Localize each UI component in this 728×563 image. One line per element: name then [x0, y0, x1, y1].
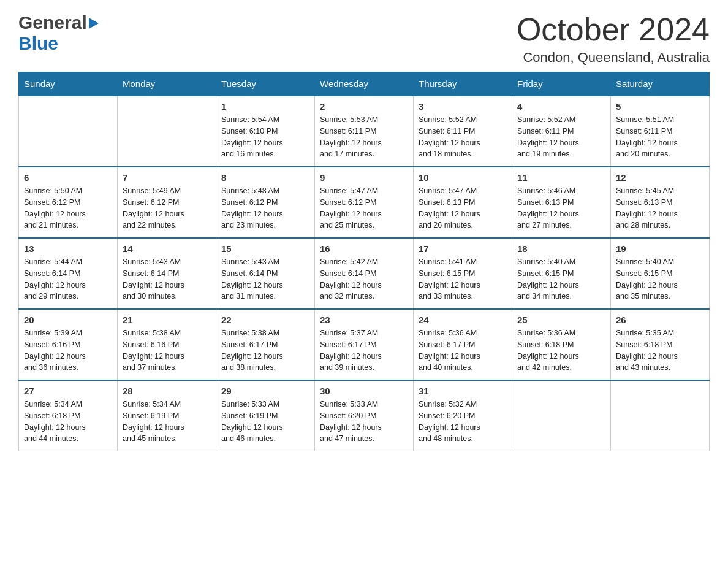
day-number: 2 — [320, 101, 408, 112]
day-info: Sunrise: 5:45 AM Sunset: 6:13 PM Dayligh… — [616, 185, 704, 231]
day-number: 21 — [123, 315, 211, 325]
table-row: 16Sunrise: 5:42 AM Sunset: 6:14 PM Dayli… — [315, 238, 414, 309]
table-row — [512, 380, 611, 451]
table-row: 3Sunrise: 5:52 AM Sunset: 6:11 PM Daylig… — [414, 96, 512, 167]
table-row: 24Sunrise: 5:36 AM Sunset: 6:17 PM Dayli… — [414, 309, 512, 380]
calendar-week-row: 27Sunrise: 5:34 AM Sunset: 6:18 PM Dayli… — [19, 380, 710, 451]
table-row: 28Sunrise: 5:34 AM Sunset: 6:19 PM Dayli… — [118, 380, 216, 451]
table-row: 17Sunrise: 5:41 AM Sunset: 6:15 PM Dayli… — [414, 238, 512, 309]
logo-blue-text: Blue — [18, 33, 58, 53]
day-info: Sunrise: 5:35 AM Sunset: 6:18 PM Dayligh… — [616, 327, 704, 373]
day-number: 24 — [419, 315, 507, 325]
table-row: 9Sunrise: 5:47 AM Sunset: 6:12 PM Daylig… — [315, 167, 414, 238]
day-number: 20 — [24, 315, 112, 325]
col-tuesday: Tuesday — [216, 72, 315, 96]
day-number: 28 — [123, 386, 211, 396]
day-number: 30 — [320, 386, 408, 396]
table-row: 12Sunrise: 5:45 AM Sunset: 6:13 PM Dayli… — [611, 167, 710, 238]
day-number: 22 — [221, 315, 309, 325]
day-info: Sunrise: 5:33 AM Sunset: 6:19 PM Dayligh… — [221, 399, 309, 445]
day-info: Sunrise: 5:47 AM Sunset: 6:12 PM Dayligh… — [320, 185, 408, 231]
table-row: 23Sunrise: 5:37 AM Sunset: 6:17 PM Dayli… — [315, 309, 414, 380]
day-number: 9 — [320, 172, 408, 183]
table-row: 1Sunrise: 5:54 AM Sunset: 6:10 PM Daylig… — [216, 96, 315, 167]
col-sunday: Sunday — [19, 72, 118, 96]
table-row — [19, 96, 118, 167]
day-number: 29 — [221, 386, 309, 396]
day-info: Sunrise: 5:51 AM Sunset: 6:11 PM Dayligh… — [616, 114, 704, 160]
day-info: Sunrise: 5:39 AM Sunset: 6:16 PM Dayligh… — [24, 327, 112, 373]
day-number: 15 — [221, 243, 309, 254]
day-number: 10 — [419, 172, 507, 183]
day-number: 19 — [616, 243, 704, 254]
calendar-week-row: 1Sunrise: 5:54 AM Sunset: 6:10 PM Daylig… — [19, 96, 710, 167]
day-info: Sunrise: 5:32 AM Sunset: 6:20 PM Dayligh… — [419, 399, 507, 445]
day-info: Sunrise: 5:37 AM Sunset: 6:17 PM Dayligh… — [320, 327, 408, 373]
day-info: Sunrise: 5:47 AM Sunset: 6:13 PM Dayligh… — [419, 185, 507, 231]
table-row: 5Sunrise: 5:51 AM Sunset: 6:11 PM Daylig… — [611, 96, 710, 167]
table-row: 31Sunrise: 5:32 AM Sunset: 6:20 PM Dayli… — [414, 380, 512, 451]
day-number: 27 — [24, 386, 112, 396]
day-number: 4 — [517, 101, 605, 112]
table-row: 29Sunrise: 5:33 AM Sunset: 6:19 PM Dayli… — [216, 380, 315, 451]
day-info: Sunrise: 5:52 AM Sunset: 6:11 PM Dayligh… — [517, 114, 605, 160]
calendar-week-row: 13Sunrise: 5:44 AM Sunset: 6:14 PM Dayli… — [19, 238, 710, 309]
svg-marker-0 — [89, 18, 99, 29]
day-info: Sunrise: 5:38 AM Sunset: 6:17 PM Dayligh… — [221, 327, 309, 373]
table-row: 13Sunrise: 5:44 AM Sunset: 6:14 PM Dayli… — [19, 238, 118, 309]
day-info: Sunrise: 5:34 AM Sunset: 6:18 PM Dayligh… — [24, 399, 112, 445]
table-row: 26Sunrise: 5:35 AM Sunset: 6:18 PM Dayli… — [611, 309, 710, 380]
day-info: Sunrise: 5:40 AM Sunset: 6:15 PM Dayligh… — [517, 256, 605, 302]
table-row: 2Sunrise: 5:53 AM Sunset: 6:11 PM Daylig… — [315, 96, 414, 167]
calendar-week-row: 20Sunrise: 5:39 AM Sunset: 6:16 PM Dayli… — [19, 309, 710, 380]
day-info: Sunrise: 5:40 AM Sunset: 6:15 PM Dayligh… — [616, 256, 704, 302]
day-info: Sunrise: 5:50 AM Sunset: 6:12 PM Dayligh… — [24, 185, 112, 231]
col-thursday: Thursday — [414, 72, 512, 96]
page-header: General Blue October 2024 Condon, Queens… — [18, 12, 710, 66]
table-row: 19Sunrise: 5:40 AM Sunset: 6:15 PM Dayli… — [611, 238, 710, 309]
table-row: 14Sunrise: 5:43 AM Sunset: 6:14 PM Dayli… — [118, 238, 216, 309]
logo-arrow-icon — [89, 18, 99, 31]
month-title: October 2024 — [517, 12, 710, 47]
day-number: 23 — [320, 315, 408, 325]
day-info: Sunrise: 5:48 AM Sunset: 6:12 PM Dayligh… — [221, 185, 309, 231]
day-info: Sunrise: 5:52 AM Sunset: 6:11 PM Dayligh… — [419, 114, 507, 160]
day-info: Sunrise: 5:46 AM Sunset: 6:13 PM Dayligh… — [517, 185, 605, 231]
title-section: October 2024 Condon, Queensland, Austral… — [517, 12, 710, 66]
table-row: 18Sunrise: 5:40 AM Sunset: 6:15 PM Dayli… — [512, 238, 611, 309]
col-monday: Monday — [118, 72, 216, 96]
table-row: 22Sunrise: 5:38 AM Sunset: 6:17 PM Dayli… — [216, 309, 315, 380]
col-saturday: Saturday — [611, 72, 710, 96]
table-row: 8Sunrise: 5:48 AM Sunset: 6:12 PM Daylig… — [216, 167, 315, 238]
table-row: 27Sunrise: 5:34 AM Sunset: 6:18 PM Dayli… — [19, 380, 118, 451]
day-info: Sunrise: 5:41 AM Sunset: 6:15 PM Dayligh… — [419, 256, 507, 302]
table-row: 6Sunrise: 5:50 AM Sunset: 6:12 PM Daylig… — [19, 167, 118, 238]
calendar-week-row: 6Sunrise: 5:50 AM Sunset: 6:12 PM Daylig… — [19, 167, 710, 238]
day-number: 5 — [616, 101, 704, 112]
day-info: Sunrise: 5:36 AM Sunset: 6:17 PM Dayligh… — [419, 327, 507, 373]
table-row: 25Sunrise: 5:36 AM Sunset: 6:18 PM Dayli… — [512, 309, 611, 380]
col-friday: Friday — [512, 72, 611, 96]
day-info: Sunrise: 5:38 AM Sunset: 6:16 PM Dayligh… — [123, 327, 211, 373]
day-number: 1 — [221, 101, 309, 112]
day-info: Sunrise: 5:43 AM Sunset: 6:14 PM Dayligh… — [123, 256, 211, 302]
day-number: 31 — [419, 386, 507, 396]
day-number: 13 — [24, 243, 112, 254]
day-info: Sunrise: 5:44 AM Sunset: 6:14 PM Dayligh… — [24, 256, 112, 302]
day-number: 26 — [616, 315, 704, 325]
table-row: 4Sunrise: 5:52 AM Sunset: 6:11 PM Daylig… — [512, 96, 611, 167]
day-number: 8 — [221, 172, 309, 183]
table-row: 11Sunrise: 5:46 AM Sunset: 6:13 PM Dayli… — [512, 167, 611, 238]
table-row: 21Sunrise: 5:38 AM Sunset: 6:16 PM Dayli… — [118, 309, 216, 380]
table-row: 30Sunrise: 5:33 AM Sunset: 6:20 PM Dayli… — [315, 380, 414, 451]
table-row — [611, 380, 710, 451]
day-number: 7 — [123, 172, 211, 183]
day-info: Sunrise: 5:36 AM Sunset: 6:18 PM Dayligh… — [517, 327, 605, 373]
day-number: 16 — [320, 243, 408, 254]
location-text: Condon, Queensland, Australia — [517, 50, 710, 66]
logo-general-text: General — [18, 12, 87, 33]
day-info: Sunrise: 5:42 AM Sunset: 6:14 PM Dayligh… — [320, 256, 408, 302]
day-number: 12 — [616, 172, 704, 183]
day-info: Sunrise: 5:49 AM Sunset: 6:12 PM Dayligh… — [123, 185, 211, 231]
day-number: 18 — [517, 243, 605, 254]
